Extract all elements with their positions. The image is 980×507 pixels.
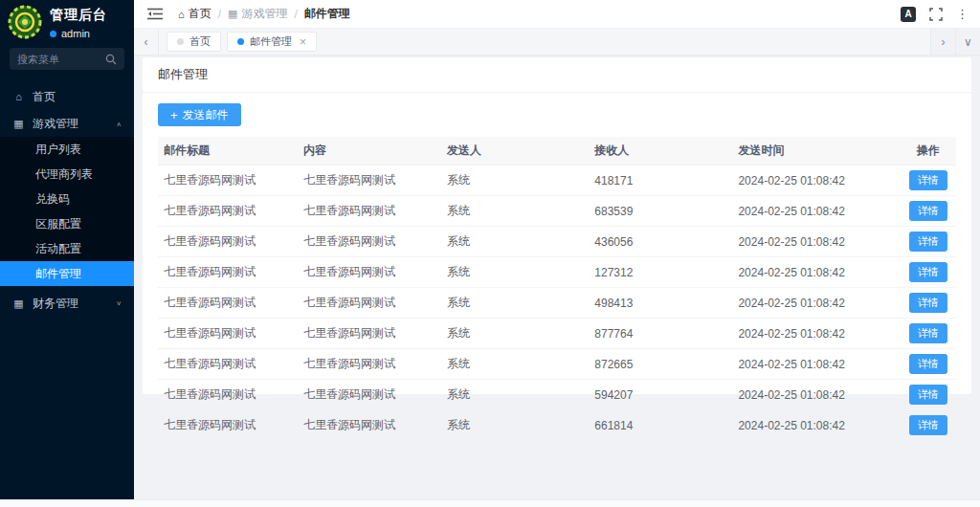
breadcrumb-label: 首页 bbox=[189, 6, 212, 22]
fullscreen-icon[interactable] bbox=[929, 8, 943, 21]
sidebar-menu: ⌂ 首页 ▦ 游戏管理 ∧ 用户列表代理商列表兑换码区服配置活动配置邮件管理 ▦… bbox=[0, 83, 134, 317]
cell-time: 2024-02-25 01:08:42 bbox=[732, 165, 900, 196]
cell-sender: 系统 bbox=[441, 410, 589, 441]
cell-content: 七里香源码网测试 bbox=[298, 196, 441, 227]
sidebar-collapse-icon[interactable] bbox=[147, 8, 163, 20]
cell-title: 七里香源码网测试 bbox=[158, 410, 298, 441]
cell-action: 详情 bbox=[901, 380, 956, 410]
tab-dot-icon bbox=[177, 38, 184, 45]
cell-sender: 系统 bbox=[441, 257, 589, 288]
more-menu-icon[interactable]: ⋮ bbox=[956, 7, 969, 21]
detail-button[interactable]: 详情 bbox=[909, 231, 947, 252]
cell-title: 七里香源码网测试 bbox=[158, 349, 298, 380]
footer-strip bbox=[0, 499, 980, 507]
send-mail-button[interactable]: + 发送邮件 bbox=[158, 103, 241, 126]
detail-button[interactable]: 详情 bbox=[909, 354, 947, 374]
sidebar-subitem-代理商列表[interactable]: 代理商列表 bbox=[0, 162, 134, 187]
tab-label: 首页 bbox=[189, 34, 211, 49]
sidebar-item-home[interactable]: ⌂ 首页 bbox=[0, 83, 134, 110]
cell-time: 2024-02-25 01:08:42 bbox=[732, 227, 900, 257]
cell-title: 七里香源码网测试 bbox=[158, 257, 298, 288]
breadcrumb: ⌂ 首页 / ▦ 游戏管理 / 邮件管理 bbox=[178, 6, 350, 22]
cell-content: 七里香源码网测试 bbox=[298, 288, 441, 319]
detail-button[interactable]: 详情 bbox=[909, 201, 947, 221]
cell-action: 详情 bbox=[901, 288, 956, 319]
tabs-scroll-left-icon[interactable]: ‹ bbox=[134, 29, 159, 55]
breadcrumb-item-game-management[interactable]: ▦ 游戏管理 bbox=[228, 6, 287, 22]
column-header-time: 发送时间 bbox=[732, 137, 900, 165]
app-title: 管理后台 bbox=[50, 7, 107, 24]
cell-receiver: 127312 bbox=[589, 257, 732, 288]
cell-title: 七里香源码网测试 bbox=[158, 165, 298, 196]
table-row: 七里香源码网测试七里香源码网测试系统4360562024-02-25 01:08… bbox=[158, 227, 956, 257]
cell-time: 2024-02-25 01:08:42 bbox=[732, 196, 900, 227]
cell-action: 详情 bbox=[901, 410, 956, 441]
detail-button[interactable]: 详情 bbox=[909, 385, 947, 405]
tabs-scroll-right-icon[interactable]: › bbox=[930, 29, 955, 55]
tab-label: 邮件管理 bbox=[250, 34, 292, 49]
cell-receiver: 498413 bbox=[589, 288, 732, 319]
cell-sender: 系统 bbox=[441, 227, 589, 257]
breadcrumb-item-home[interactable]: ⌂ 首页 bbox=[178, 6, 212, 22]
logo-row: 管理后台 admin bbox=[0, 0, 134, 39]
username: admin bbox=[61, 28, 90, 39]
search-input[interactable] bbox=[17, 54, 105, 65]
cell-receiver: 877764 bbox=[589, 319, 732, 349]
breadcrumb-label: 游戏管理 bbox=[241, 6, 287, 22]
table-header-row: 邮件标题 内容 发送人 接收人 发送时间 操作 bbox=[158, 137, 956, 165]
sidebar-subitem-区服配置[interactable]: 区服配置 bbox=[0, 211, 134, 236]
tab-邮件管理[interactable]: 邮件管理× bbox=[227, 32, 317, 52]
table-row: 七里香源码网测试七里香源码网测试系统1273122024-02-25 01:08… bbox=[158, 257, 956, 288]
home-icon: ⌂ bbox=[12, 91, 25, 102]
detail-button[interactable]: 详情 bbox=[909, 415, 947, 435]
table-row: 七里香源码网测试七里香源码网测试系统8777642024-02-25 01:08… bbox=[158, 319, 956, 349]
table-row: 七里香源码网测试七里香源码网测试系统5942072024-02-25 01:08… bbox=[158, 380, 956, 410]
home-icon: ⌂ bbox=[178, 9, 185, 20]
sidebar-subitem-用户列表[interactable]: 用户列表 bbox=[0, 137, 134, 162]
main-content: 邮件管理 + 发送邮件 邮件标题 内容 发送人 接收人 发送时间 bbox=[134, 55, 980, 499]
sidebar-subitem-邮件管理[interactable]: 邮件管理 bbox=[0, 261, 134, 286]
cell-sender: 系统 bbox=[441, 196, 589, 227]
cell-time: 2024-02-25 01:08:42 bbox=[732, 410, 900, 441]
detail-button[interactable]: 详情 bbox=[909, 323, 947, 343]
tab-close-icon[interactable]: × bbox=[300, 35, 306, 49]
sidebar-search[interactable] bbox=[10, 48, 124, 70]
cell-content: 七里香源码网测试 bbox=[298, 165, 441, 196]
cell-receiver: 436056 bbox=[589, 227, 732, 257]
breadcrumb-item-mail-management: 邮件管理 bbox=[304, 6, 350, 22]
sidebar-subitem-兑换码[interactable]: 兑换码 bbox=[0, 187, 134, 211]
send-mail-button-label: 发送邮件 bbox=[183, 107, 229, 123]
detail-button[interactable]: 详情 bbox=[909, 170, 947, 190]
cell-content: 七里香源码网测试 bbox=[298, 380, 441, 410]
search-icon bbox=[105, 54, 117, 65]
cell-time: 2024-02-25 01:08:42 bbox=[732, 319, 900, 349]
cell-sender: 系统 bbox=[441, 349, 589, 380]
user-status-dot-icon bbox=[50, 31, 56, 37]
sidebar-item-label: 活动配置 bbox=[35, 241, 81, 257]
tabs: 首页邮件管理× bbox=[167, 32, 930, 52]
cell-sender: 系统 bbox=[441, 380, 589, 410]
cell-title: 七里香源码网测试 bbox=[158, 380, 298, 410]
detail-button[interactable]: 详情 bbox=[909, 262, 947, 282]
sidebar-item-game-management[interactable]: ▦ 游戏管理 ∧ bbox=[0, 110, 134, 137]
sidebar-subitem-活动配置[interactable]: 活动配置 bbox=[0, 236, 134, 261]
detail-button[interactable]: 详情 bbox=[909, 293, 947, 313]
grid-icon: ▦ bbox=[12, 298, 25, 310]
grid-icon: ▦ bbox=[228, 8, 237, 20]
breadcrumb-separator: / bbox=[294, 8, 297, 21]
breadcrumb-separator: / bbox=[218, 8, 221, 21]
sidebar: 管理后台 admin ⌂ 首页 ▦ 游戏管理 ∧ 用户列表代理商列表兑换码区服配… bbox=[0, 0, 134, 499]
tab-bar: ‹ 首页邮件管理× › ∨ bbox=[134, 29, 980, 55]
table-row: 七里香源码网测试七里香源码网测试系统8726652024-02-25 01:08… bbox=[158, 349, 956, 380]
tab-dot-icon bbox=[237, 38, 244, 45]
cell-title: 七里香源码网测试 bbox=[158, 196, 298, 227]
cell-action: 详情 bbox=[901, 319, 956, 349]
cell-content: 七里香源码网测试 bbox=[298, 410, 441, 441]
sidebar-item-finance-management[interactable]: ▦ 财务管理 ∨ bbox=[0, 290, 134, 317]
cell-time: 2024-02-25 01:08:42 bbox=[732, 257, 900, 288]
column-header-action: 操作 bbox=[901, 137, 956, 165]
tabs-dropdown-icon[interactable]: ∨ bbox=[955, 29, 980, 55]
chevron-up-icon: ∧ bbox=[116, 120, 122, 126]
language-icon[interactable]: A bbox=[901, 7, 916, 22]
tab-首页[interactable]: 首页 bbox=[167, 32, 221, 52]
